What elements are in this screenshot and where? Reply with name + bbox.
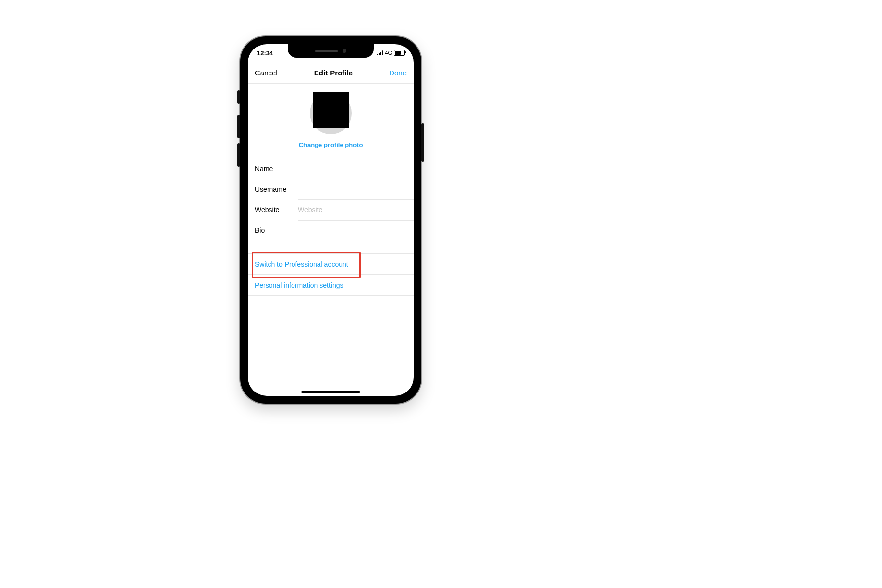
website-label: Website <box>255 206 298 214</box>
avatar-redaction <box>313 92 349 128</box>
website-field[interactable]: Website <box>298 199 414 220</box>
field-row-name: Name <box>248 158 414 179</box>
section-separator <box>248 241 414 254</box>
field-row-website: Website Website <box>248 199 414 220</box>
status-bar: 12:34 4G <box>248 44 414 62</box>
bio-label: Bio <box>255 226 298 234</box>
avatar-section: Change profile photo <box>248 83 414 151</box>
signal-icon <box>377 50 383 55</box>
personal-info-link[interactable]: Personal information settings <box>248 275 414 296</box>
phone-frame: 12:34 4G Cancel Edit Profile Done <box>240 36 421 404</box>
bio-field[interactable] <box>298 220 414 241</box>
avatar[interactable] <box>310 92 352 134</box>
nav-bar: Cancel Edit Profile Done <box>248 62 414 84</box>
status-time: 12:34 <box>257 49 273 57</box>
username-field[interactable] <box>298 179 414 200</box>
home-indicator[interactable] <box>301 391 360 393</box>
field-row-username: Username <box>248 179 414 199</box>
cancel-button[interactable]: Cancel <box>255 69 278 77</box>
silence-switch <box>237 90 240 104</box>
name-field[interactable] <box>298 158 414 179</box>
profile-form: Name Username Website Website Bio <box>248 158 414 296</box>
name-label: Name <box>255 165 298 172</box>
field-row-bio: Bio <box>248 220 414 241</box>
username-label: Username <box>255 185 298 193</box>
status-network: 4G <box>385 50 392 56</box>
volume-down-button <box>237 143 240 167</box>
content: Change profile photo Name Username Websi… <box>248 83 414 396</box>
done-button[interactable]: Done <box>389 69 407 77</box>
screen: 12:34 4G Cancel Edit Profile Done <box>248 44 414 396</box>
page-title: Edit Profile <box>314 69 353 77</box>
volume-up-button <box>237 115 240 138</box>
battery-icon <box>394 50 405 56</box>
power-button <box>421 123 424 162</box>
switch-professional-link[interactable]: Switch to Professional account <box>248 254 414 275</box>
change-photo-link[interactable]: Change profile photo <box>248 141 414 148</box>
